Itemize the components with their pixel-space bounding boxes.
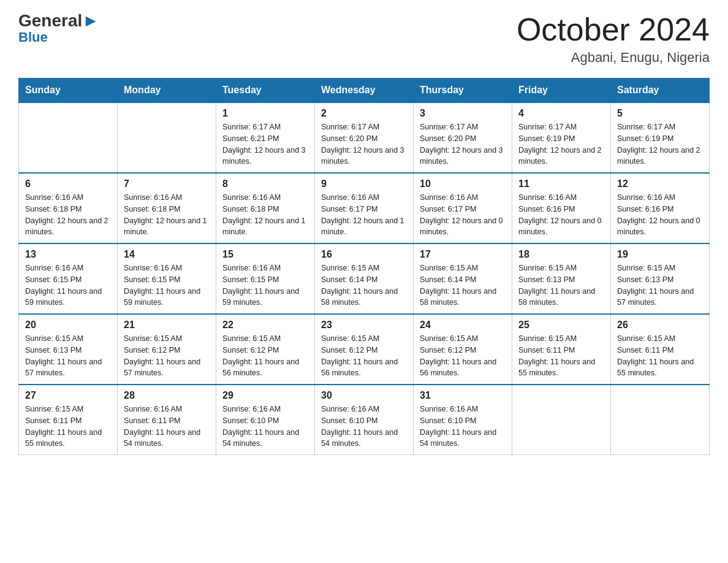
sunrise-text: Sunrise: 6:15 AM: [25, 404, 111, 415]
daylight-text: Daylight: 12 hours and 0 minutes.: [617, 215, 703, 239]
sunrise-text: Sunrise: 6:15 AM: [124, 333, 210, 345]
table-row: 21Sunrise: 6:15 AMSunset: 6:12 PMDayligh…: [118, 314, 216, 385]
sunrise-text: Sunrise: 6:17 AM: [420, 121, 506, 133]
sunset-text: Sunset: 6:12 PM: [222, 345, 308, 356]
table-row: 4Sunrise: 6:17 AMSunset: 6:19 PMDaylight…: [512, 102, 611, 173]
day-info: Sunrise: 6:15 AMSunset: 6:12 PMDaylight:…: [222, 333, 308, 379]
daylight-text: Daylight: 11 hours and 57 minutes.: [617, 286, 703, 309]
day-info: Sunrise: 6:16 AMSunset: 6:17 PMDaylight:…: [321, 192, 407, 238]
daylight-text: Daylight: 11 hours and 56 minutes.: [420, 356, 506, 380]
table-row: 5Sunrise: 6:17 AMSunset: 6:19 PMDaylight…: [611, 102, 710, 173]
col-friday: Friday: [512, 79, 611, 103]
day-number: 3: [420, 108, 506, 119]
day-info: Sunrise: 6:15 AMSunset: 6:13 PMDaylight:…: [617, 262, 703, 308]
sunset-text: Sunset: 6:13 PM: [617, 274, 703, 286]
sunrise-text: Sunrise: 6:15 AM: [222, 333, 308, 345]
day-number: 2: [321, 108, 407, 119]
day-number: 24: [420, 320, 506, 331]
sunset-text: Sunset: 6:11 PM: [25, 415, 111, 427]
sunrise-text: Sunrise: 6:16 AM: [25, 192, 111, 204]
sunrise-text: Sunrise: 6:17 AM: [321, 121, 407, 133]
sunset-text: Sunset: 6:13 PM: [518, 274, 604, 286]
sunset-text: Sunset: 6:16 PM: [617, 204, 703, 215]
day-info: Sunrise: 6:15 AMSunset: 6:11 PMDaylight:…: [617, 333, 703, 379]
sunset-text: Sunset: 6:12 PM: [321, 345, 407, 356]
sunset-text: Sunset: 6:18 PM: [124, 204, 210, 215]
daylight-text: Daylight: 11 hours and 58 minutes.: [518, 286, 604, 309]
daylight-text: Daylight: 11 hours and 56 minutes.: [222, 356, 308, 380]
day-info: Sunrise: 6:17 AMSunset: 6:20 PMDaylight:…: [420, 121, 506, 167]
title-section: October 2024 Agbani, Enugu, Nigeria: [517, 12, 710, 66]
sunrise-text: Sunrise: 6:16 AM: [124, 262, 210, 274]
day-number: 29: [222, 390, 308, 401]
table-row: [512, 385, 611, 455]
day-number: 27: [25, 390, 111, 401]
daylight-text: Daylight: 11 hours and 57 minutes.: [124, 356, 210, 380]
daylight-text: Daylight: 11 hours and 56 minutes.: [321, 356, 407, 380]
sunset-text: Sunset: 6:10 PM: [222, 415, 308, 427]
sunrise-text: Sunrise: 6:15 AM: [25, 333, 111, 345]
logo-general-text: General►: [18, 12, 99, 29]
day-number: 12: [617, 178, 703, 190]
day-info: Sunrise: 6:16 AMSunset: 6:18 PMDaylight:…: [25, 192, 111, 238]
day-number: 26: [617, 320, 703, 331]
sunrise-text: Sunrise: 6:16 AM: [518, 192, 604, 204]
table-row: 22Sunrise: 6:15 AMSunset: 6:12 PMDayligh…: [216, 314, 315, 385]
sunrise-text: Sunrise: 6:15 AM: [321, 262, 407, 274]
sunrise-text: Sunrise: 6:16 AM: [25, 262, 111, 274]
daylight-text: Daylight: 11 hours and 54 minutes.: [222, 427, 308, 450]
daylight-text: Daylight: 11 hours and 54 minutes.: [124, 427, 210, 450]
daylight-text: Daylight: 11 hours and 58 minutes.: [420, 286, 506, 309]
sunrise-text: Sunrise: 6:16 AM: [222, 404, 308, 415]
day-number: 1: [222, 108, 308, 119]
day-info: Sunrise: 6:16 AMSunset: 6:17 PMDaylight:…: [420, 192, 506, 238]
calendar-table: Sunday Monday Tuesday Wednesday Thursday…: [18, 78, 710, 455]
day-info: Sunrise: 6:17 AMSunset: 6:20 PMDaylight:…: [321, 121, 407, 167]
table-row: 24Sunrise: 6:15 AMSunset: 6:12 PMDayligh…: [414, 314, 512, 385]
sunrise-text: Sunrise: 6:16 AM: [124, 192, 210, 204]
table-row: 1Sunrise: 6:17 AMSunset: 6:21 PMDaylight…: [216, 102, 315, 173]
daylight-text: Daylight: 11 hours and 57 minutes.: [25, 356, 111, 380]
day-number: 13: [25, 249, 111, 260]
daylight-text: Daylight: 11 hours and 54 minutes.: [420, 427, 506, 450]
table-row: [118, 102, 216, 173]
daylight-text: Daylight: 12 hours and 1 minute.: [124, 215, 210, 239]
daylight-text: Daylight: 11 hours and 58 minutes.: [321, 286, 407, 309]
col-wednesday: Wednesday: [315, 79, 414, 103]
sunset-text: Sunset: 6:14 PM: [321, 274, 407, 286]
day-number: 23: [321, 320, 407, 331]
day-number: 15: [222, 249, 308, 260]
day-number: 28: [124, 390, 210, 401]
day-info: Sunrise: 6:15 AMSunset: 6:12 PMDaylight:…: [420, 333, 506, 379]
table-row: 20Sunrise: 6:15 AMSunset: 6:13 PMDayligh…: [19, 314, 118, 385]
day-number: 21: [124, 320, 210, 331]
day-number: 14: [124, 249, 210, 260]
table-row: 2Sunrise: 6:17 AMSunset: 6:20 PMDaylight…: [315, 102, 414, 173]
calendar-week-row: 27Sunrise: 6:15 AMSunset: 6:11 PMDayligh…: [19, 385, 710, 455]
day-number: 22: [222, 320, 308, 331]
sunset-text: Sunset: 6:11 PM: [124, 415, 210, 427]
sunrise-text: Sunrise: 6:16 AM: [222, 192, 308, 204]
table-row: 28Sunrise: 6:16 AMSunset: 6:11 PMDayligh…: [118, 385, 216, 455]
col-thursday: Thursday: [414, 79, 512, 103]
sunset-text: Sunset: 6:10 PM: [321, 415, 407, 427]
day-number: 17: [420, 249, 506, 260]
col-saturday: Saturday: [611, 79, 710, 103]
sunrise-text: Sunrise: 6:16 AM: [124, 404, 210, 415]
table-row: 25Sunrise: 6:15 AMSunset: 6:11 PMDayligh…: [512, 314, 611, 385]
table-row: 30Sunrise: 6:16 AMSunset: 6:10 PMDayligh…: [315, 385, 414, 455]
sunrise-text: Sunrise: 6:15 AM: [420, 262, 506, 274]
sunset-text: Sunset: 6:12 PM: [124, 345, 210, 356]
daylight-text: Daylight: 12 hours and 2 minutes.: [617, 145, 703, 168]
daylight-text: Daylight: 11 hours and 55 minutes.: [617, 356, 703, 380]
table-row: [611, 385, 710, 455]
table-row: 14Sunrise: 6:16 AMSunset: 6:15 PMDayligh…: [118, 243, 216, 314]
sunset-text: Sunset: 6:12 PM: [420, 345, 506, 356]
logo-arrow: ►: [82, 11, 99, 30]
col-tuesday: Tuesday: [216, 79, 315, 103]
sunset-text: Sunset: 6:11 PM: [617, 345, 703, 356]
month-title: October 2024: [517, 12, 710, 47]
day-info: Sunrise: 6:16 AMSunset: 6:16 PMDaylight:…: [617, 192, 703, 238]
sunset-text: Sunset: 6:10 PM: [420, 415, 506, 427]
day-number: 5: [617, 108, 703, 119]
